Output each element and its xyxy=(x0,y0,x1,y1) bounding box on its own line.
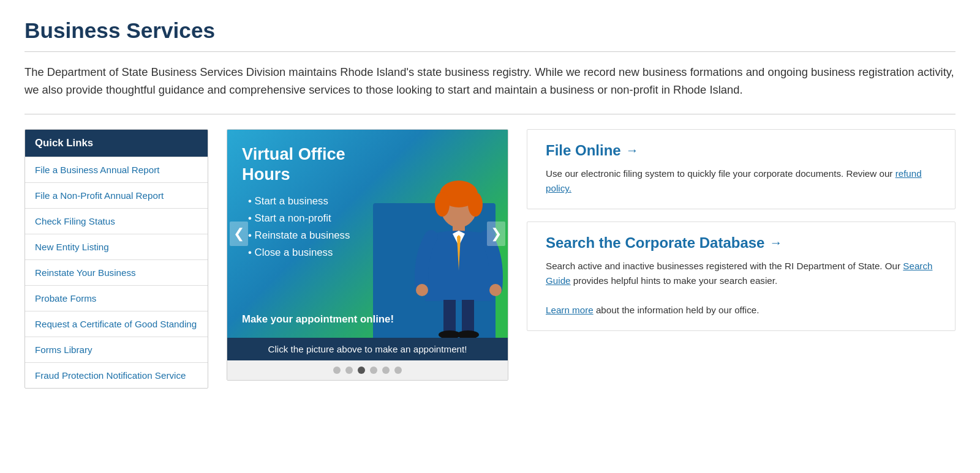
carousel-bullet-0: Start a business xyxy=(242,195,398,207)
quick-link-6[interactable]: Request a Certificate of Good Standing xyxy=(25,311,208,337)
learn-more-link[interactable]: Learn more xyxy=(546,305,594,315)
carousel-arrow-right[interactable]: ❯ xyxy=(487,222,505,246)
quick-link-3[interactable]: New Entity Listing xyxy=(25,234,208,259)
file-online-title: File Online → xyxy=(546,142,937,159)
person-illustration xyxy=(413,179,505,338)
quick-link-item: File a Non-Profit Annual Report xyxy=(25,182,208,208)
carousel-slide: ❮ Virtual Office Hours Start a businessS… xyxy=(227,130,508,338)
quick-link-item: Probate Forms xyxy=(25,285,208,311)
carousel-bullet-2: Reinstate a business xyxy=(242,229,398,242)
carousel-dot-3[interactable] xyxy=(370,367,377,374)
file-online-label: File Online xyxy=(546,142,621,159)
quick-links-panel: Quick Links File a Business Annual Repor… xyxy=(24,129,208,389)
intro-text: The Department of State Business Service… xyxy=(24,63,956,99)
quick-link-4[interactable]: Reinstate Your Business xyxy=(25,260,208,285)
quick-link-5[interactable]: Probate Forms xyxy=(25,286,208,311)
search-body3: about the information held by our office… xyxy=(596,305,760,315)
search-corporate-title: Search the Corporate Database → xyxy=(546,234,937,251)
quick-link-item: File a Business Annual Report xyxy=(25,157,208,182)
search-corporate-section: Search the Corporate Database → Search a… xyxy=(527,222,956,331)
quick-link-item: Reinstate Your Business xyxy=(25,259,208,285)
search-body2: provides helpful hints to make your sear… xyxy=(573,275,777,286)
quick-link-1[interactable]: File a Non-Profit Annual Report xyxy=(25,183,208,208)
quick-link-0[interactable]: File a Business Annual Report xyxy=(25,157,208,182)
carousel-bullet-3: Close a business xyxy=(242,247,398,259)
quick-link-7[interactable]: Forms Library xyxy=(25,337,208,362)
carousel-dot-1[interactable] xyxy=(345,367,353,374)
carousel-title: Virtual Office Hours xyxy=(242,144,398,184)
content-divider xyxy=(24,114,956,114)
file-online-body: Use our electronic filing system to quic… xyxy=(546,166,937,196)
carousel-dot-2[interactable] xyxy=(358,367,365,374)
carousel-dots xyxy=(227,360,508,380)
search-corporate-label: Search the Corporate Database xyxy=(546,234,764,251)
svg-rect-10 xyxy=(462,300,474,333)
file-online-arrow: → xyxy=(626,143,639,158)
quick-link-8[interactable]: Fraud Protection Notification Service xyxy=(25,363,208,388)
right-panel: File Online → Use our electronic filing … xyxy=(527,129,956,343)
file-online-section: File Online → Use our electronic filing … xyxy=(527,129,956,209)
carousel-content: Virtual Office Hours Start a businessSta… xyxy=(227,130,410,338)
svg-point-7 xyxy=(416,284,428,296)
page-title: Business Services xyxy=(24,18,956,43)
search-corporate-arrow: → xyxy=(769,236,782,250)
carousel-arrow-left[interactable]: ❮ xyxy=(230,222,248,246)
quick-link-item: Fraud Protection Notification Service xyxy=(25,362,208,388)
quick-link-item: Forms Library xyxy=(25,337,208,362)
quick-links-list: File a Business Annual ReportFile a Non-… xyxy=(25,157,208,388)
carousel-dot-5[interactable] xyxy=(394,367,402,374)
quick-link-item: Check Filing Status xyxy=(25,208,208,234)
carousel-caption: Click the picture above to make an appoi… xyxy=(227,338,508,360)
carousel-bullets: Start a businessStart a non-profitReinst… xyxy=(242,195,398,264)
quick-link-item: New Entity Listing xyxy=(25,234,208,259)
carousel-wrapper[interactable]: ❮ Virtual Office Hours Start a businessS… xyxy=(227,129,508,381)
quick-links-header: Quick Links xyxy=(25,130,208,157)
search-body1: Search active and inactive businesses re… xyxy=(546,261,900,271)
main-content: Quick Links File a Business Annual Repor… xyxy=(24,129,956,389)
svg-rect-9 xyxy=(443,300,456,333)
quick-link-item: Request a Certificate of Good Standing xyxy=(25,311,208,337)
carousel-appointment: Make your appointment online! xyxy=(242,313,398,326)
svg-point-2 xyxy=(435,192,450,217)
carousel-bullet-1: Start a non-profit xyxy=(242,212,398,225)
file-online-text: Use our electronic filing system to quic… xyxy=(546,168,892,179)
svg-point-12 xyxy=(457,330,479,338)
search-corporate-body: Search active and inactive businesses re… xyxy=(546,259,937,318)
title-divider xyxy=(24,51,956,52)
svg-point-8 xyxy=(489,284,502,296)
carousel-dot-0[interactable] xyxy=(333,367,341,374)
quick-link-2[interactable]: Check Filing Status xyxy=(25,209,208,234)
carousel-dot-4[interactable] xyxy=(382,367,390,374)
svg-point-3 xyxy=(468,192,483,217)
